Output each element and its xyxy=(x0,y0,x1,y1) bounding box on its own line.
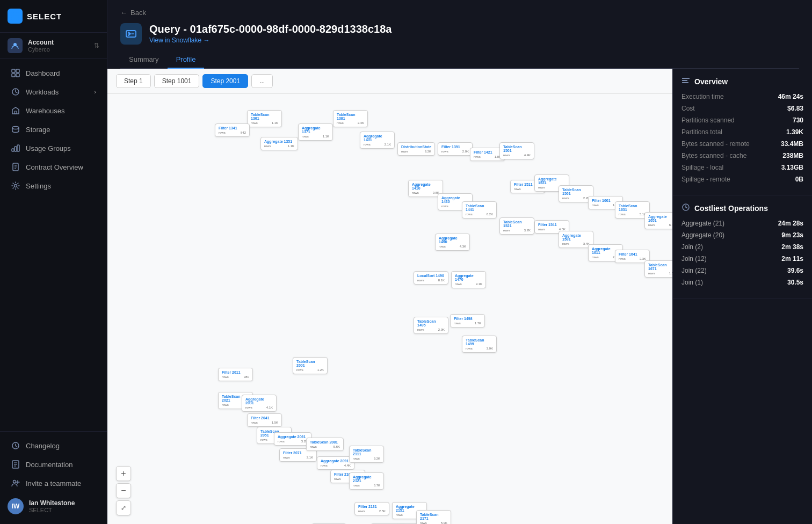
user-profile: IW Ian Whitestone SELECT xyxy=(0,493,107,520)
canvas-area[interactable]: Step 1 Step 1001 Step 2001 ... TableScan… xyxy=(107,69,672,524)
user-role: SELECT xyxy=(29,507,75,513)
page-title: Query - 01af675c-0000-98df-0000-829d1338… xyxy=(149,23,392,35)
zoom-in-button[interactable]: + xyxy=(116,466,131,481)
stat-label: Bytes scanned - remote xyxy=(682,140,750,148)
graph-node[interactable]: Aggregate 1401 rows2.1K xyxy=(360,132,395,149)
sidebar-item-warehouses[interactable]: Warehouses xyxy=(3,101,104,120)
chevron-right-icon: › xyxy=(94,89,96,95)
cost-label: Join (1) xyxy=(682,279,703,286)
graph-node[interactable]: Aggregate 1371 rows1.1K xyxy=(298,123,333,141)
zoom-out-button[interactable]: − xyxy=(116,483,131,498)
stat-value: 33.4MB xyxy=(781,140,803,148)
graph-node[interactable]: TableScan 1501 rows4.4K xyxy=(499,142,534,159)
content-area: Step 1 Step 1001 Step 2001 ... TableScan… xyxy=(107,69,812,524)
graph-node[interactable]: TableScan 2081 rows5.6K xyxy=(306,438,344,451)
user-info: Ian Whitestone SELECT xyxy=(29,499,75,513)
graph-node[interactable]: Aggregate 1651 rows6.7K xyxy=(644,212,672,229)
svg-rect-28 xyxy=(682,78,690,79)
sidebar-item-changelog[interactable]: Changelog xyxy=(3,436,104,455)
contract-overview-icon xyxy=(11,162,20,172)
step-1-button[interactable]: Step 1 xyxy=(116,74,151,88)
canvas-scroll[interactable]: Step 1 Step 1001 Step 2001 ... TableScan… xyxy=(107,69,672,524)
overview-label: Overview xyxy=(694,77,728,86)
tab-profile[interactable]: Profile xyxy=(168,51,205,69)
overview-section: Overview Execution time 46m 24s Cost $6.… xyxy=(673,69,812,195)
graph-node[interactable]: Filter 2041 rows1.5K xyxy=(247,413,282,427)
account-switcher[interactable]: Account Cyberco ⇅ xyxy=(0,33,107,59)
cost-time: 24m 28s xyxy=(778,220,803,227)
query-graph[interactable]: TableScan 1361 rows1.1K Filter 1341 rows… xyxy=(107,94,672,524)
storage-icon xyxy=(11,125,20,134)
sidebar-item-contract-overview[interactable]: Contract Overview xyxy=(3,158,104,176)
graph-node[interactable]: TableScan 1499 rows3.9K xyxy=(462,336,497,353)
stat-row: Bytes scanned - remote 33.4MB xyxy=(682,140,803,148)
stat-row: Spillage - local 3.13GB xyxy=(682,164,803,171)
cost-label: Aggregate (20) xyxy=(682,231,724,239)
sidebar-item-label: Warehouses xyxy=(26,107,65,115)
graph-node[interactable]: Aggregate 2121 rows6.7K xyxy=(349,472,384,490)
graph-node[interactable]: TableScan 1495 rows2.9K xyxy=(414,317,448,334)
graph-node[interactable]: TableScan 1361 rows1.1K xyxy=(247,110,282,127)
graph-node[interactable]: TableScan 1441 rows6.2K xyxy=(462,201,497,219)
graph-node[interactable]: TableScan 1671 rows1.5K xyxy=(644,260,672,278)
graph-node[interactable]: TableScan 1381 rows2.4K xyxy=(333,110,368,127)
sidebar-item-dashboard[interactable]: Dashboard xyxy=(3,64,104,82)
documentation-icon xyxy=(11,460,20,469)
graph-node[interactable]: Filter 1341 rows842 xyxy=(215,123,250,137)
cost-time: 39.6s xyxy=(787,267,803,274)
sidebar-item-invite-teammate[interactable]: Invite a teammate xyxy=(3,474,104,492)
overview-icon xyxy=(682,76,690,86)
account-info: Account Cyberco xyxy=(28,39,89,53)
snowflake-link[interactable]: View in Snowflake → xyxy=(149,37,392,44)
sidebar-bottom: Changelog Documentation Invite a teammat… xyxy=(0,431,107,524)
svg-rect-5 xyxy=(12,69,15,72)
sidebar-item-workloads[interactable]: Workloads › xyxy=(3,83,104,101)
graph-node[interactable]: LocalSort 1490 rows8.1K xyxy=(414,271,448,285)
graph-node[interactable]: Aggregate 1450 rows4.3K xyxy=(435,234,470,251)
sidebar-item-storage[interactable]: Storage xyxy=(3,120,104,139)
stat-row: Spillage - remote 0B xyxy=(682,176,803,183)
back-button[interactable]: ← Back xyxy=(120,9,799,17)
graph-node[interactable]: Filter 2011 rows980 xyxy=(218,368,253,381)
step-more-button[interactable]: ... xyxy=(251,74,273,88)
dashboard-icon xyxy=(11,68,20,78)
graph-node[interactable]: TableScan 2111 rows9.2K xyxy=(349,446,384,463)
warehouses-icon xyxy=(11,106,20,115)
cost-row: Aggregate (21) 24m 28s xyxy=(682,220,803,227)
graph-node[interactable]: TableScan 1521 rows3.7K xyxy=(499,217,534,235)
stat-value: 0B xyxy=(795,176,803,183)
graph-node[interactable]: DistributionState rows3.2K xyxy=(397,142,435,156)
graph-node[interactable]: Filter 1391 rows2.0K xyxy=(438,142,473,156)
graph-node[interactable]: Aggregate 2031 rows4.1K xyxy=(242,395,277,412)
cost-time: 2m 11s xyxy=(781,255,803,263)
graph-node[interactable]: TableScan 2001 rows1.2K xyxy=(293,357,328,374)
usage-groups-icon xyxy=(11,143,20,153)
svg-point-24 xyxy=(13,481,16,483)
step-2001-button[interactable]: Step 2001 xyxy=(202,74,248,88)
step-1001-button[interactable]: Step 1001 xyxy=(154,74,200,88)
fit-view-button[interactable]: ⤢ xyxy=(116,500,131,515)
page-header: ← Back Query - 01af675c-0000-98df-0000-8… xyxy=(107,0,812,69)
zoom-controls: + − ⤢ xyxy=(116,466,131,515)
graph-node[interactable]: Aggregate 1351 rows1.1K xyxy=(260,137,298,150)
cost-row: Join (22) 39.6s xyxy=(682,267,803,274)
graph-node[interactable]: TableScan 2171 rows5.9K xyxy=(416,510,451,524)
sidebar: SELECT Account Cyberco ⇅ Dashboard Workl… xyxy=(0,0,107,524)
sidebar-item-usage-groups[interactable]: Usage Groups xyxy=(3,139,104,157)
graph-node[interactable]: Filter 2131 rows2.5K xyxy=(354,502,389,515)
svg-rect-7 xyxy=(12,74,15,77)
cost-row: Join (12) 2m 11s xyxy=(682,255,803,263)
svg-point-19 xyxy=(15,185,17,187)
sidebar-item-documentation[interactable]: Documentation xyxy=(3,455,104,474)
logo-icon xyxy=(8,9,23,24)
svg-rect-13 xyxy=(15,147,17,151)
graph-node[interactable]: Aggregate 1470 rows3.1K xyxy=(451,271,486,288)
sidebar-item-label: Dashboard xyxy=(26,69,60,77)
graph-node[interactable]: Filter 1498 rows1.7K xyxy=(450,314,485,328)
stat-rows: Execution time 46m 24s Cost $6.83 Partit… xyxy=(682,93,803,183)
stat-label: Execution time xyxy=(682,93,724,100)
settings-icon xyxy=(11,181,20,191)
tab-summary[interactable]: Summary xyxy=(120,51,168,69)
cost-row: Join (2) 2m 38s xyxy=(682,243,803,251)
sidebar-item-settings[interactable]: Settings xyxy=(3,177,104,195)
